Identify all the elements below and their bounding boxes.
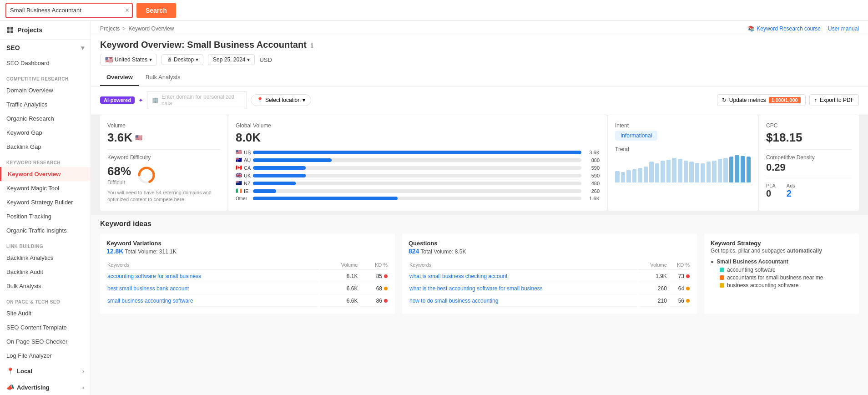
bar-val-uk: 590 xyxy=(584,173,600,178)
variations-col-kd: KD % xyxy=(358,260,388,270)
domain-input[interactable]: 🏢 Enter domain for personalized data xyxy=(147,91,247,109)
kd-difficulty-label: Difficult xyxy=(107,179,131,186)
page-title: Keyword Overview: Small Business Account… xyxy=(100,40,859,50)
sidebar-item-on-page-seo-checker[interactable]: On Page SEO Checker xyxy=(0,334,91,349)
sidebar-item-backlink-gap[interactable]: Backlink Gap xyxy=(0,140,91,154)
device-filter[interactable]: 🖥 Desktop ▾ xyxy=(161,54,203,65)
flag-nz: 🇳🇿 xyxy=(236,180,242,186)
kw-link-2[interactable]: best small business bank account xyxy=(107,285,189,292)
strategy-root: ● Small Business Accountant xyxy=(711,258,853,265)
kw-vol-3: 6.6K xyxy=(320,295,358,307)
filter-row: 🇺🇸 United States ▾ 🖥 Desktop ▾ Sep 25, 2… xyxy=(100,54,859,66)
trend-chart xyxy=(615,155,751,182)
sidebar-item-seo-dashboard[interactable]: SEO Dashboard xyxy=(0,56,91,70)
projects-label: Projects xyxy=(17,26,42,34)
sidebar-item-seo-content-template[interactable]: SEO Content Template xyxy=(0,320,91,334)
bar-fill-uk xyxy=(253,174,306,177)
user-manual-link[interactable]: User manual xyxy=(828,25,859,32)
sidebar-item-bulk-analysis[interactable]: Bulk Analysis xyxy=(0,279,91,293)
intent-trend-card: Intent Informational Trend xyxy=(608,115,758,211)
sidebar-item-advertising[interactable]: 📣 Advertising › xyxy=(0,379,91,395)
global-volume-label: Global Volume xyxy=(236,122,600,129)
device-chevron-icon: ▾ xyxy=(196,56,198,63)
flag-ie: 🇮🇪 xyxy=(236,188,242,194)
sidebar-item-traffic-analytics[interactable]: Traffic Analytics xyxy=(0,97,91,111)
questions-col-keywords: Keywords xyxy=(409,260,637,270)
trend-bar-16 xyxy=(707,162,711,182)
domain-icon: 🏢 xyxy=(152,97,159,103)
donut-row: 68% Difficult xyxy=(107,164,220,186)
kw-link-3[interactable]: small business accounting software xyxy=(107,298,193,304)
trend-bar-23 xyxy=(747,157,751,182)
pla-ads-row: PLA 0 Ads 2 xyxy=(766,183,852,199)
seo-nav-header[interactable]: SEO ▾ xyxy=(0,40,91,56)
sidebar-item-log-file-analyzer[interactable]: Log File Analyzer xyxy=(0,349,91,363)
advertising-chevron-icon: › xyxy=(82,384,84,391)
date-filter[interactable]: Sep 25, 2024 ▾ xyxy=(208,54,255,65)
sidebar-item-keyword-gap[interactable]: Keyword Gap xyxy=(0,126,91,140)
sidebar-item-domain-overview[interactable]: Domain Overview xyxy=(0,83,91,97)
bar-fill-au xyxy=(253,158,332,162)
export-pdf-button[interactable]: ↑ Export to PDF xyxy=(809,94,859,106)
trend-label: Trend xyxy=(615,146,751,152)
q-link-2[interactable]: what is the best accounting software for… xyxy=(409,285,543,292)
sidebar-item-local[interactable]: 📍 Local › xyxy=(0,363,91,379)
sidebar-item-keyword-strategy-builder[interactable]: Keyword Strategy Builder xyxy=(0,195,91,209)
tab-overview[interactable]: Overview xyxy=(100,69,139,86)
global-volume-card: Global Volume 8.0K 🇺🇸US 3.6K 🇦🇺AU 880 xyxy=(228,115,607,211)
sidebar-item-position-tracking[interactable]: Position Tracking xyxy=(0,209,91,223)
top-bar: × Search xyxy=(0,0,868,21)
sidebar-item-organic-research[interactable]: Organic Research xyxy=(0,111,91,126)
search-input[interactable] xyxy=(6,7,122,14)
sidebar: Projects SEO ▾ SEO Dashboard COMPETITIVE… xyxy=(0,21,91,395)
flag-uk: 🇬🇧 xyxy=(236,172,242,178)
global-volume-bars: 🇺🇸US 3.6K 🇦🇺AU 880 🇨🇦CA 590 xyxy=(236,149,600,201)
trend-bar-11 xyxy=(678,159,682,182)
breadcrumb-links: 📚 Keyword Research course User manual xyxy=(748,25,859,32)
on-page-header: ON PAGE & TECH SEO xyxy=(0,293,91,306)
ads-label: Ads xyxy=(787,183,795,188)
flag-au: 🇦🇺 xyxy=(236,157,242,163)
keyword-research-course-link[interactable]: 📚 Keyword Research course xyxy=(748,25,821,32)
table-row: what is the best accounting software for… xyxy=(409,283,690,294)
q-link-1[interactable]: what is small business checking account xyxy=(409,273,507,279)
sidebar-item-organic-traffic-insights[interactable]: Organic Traffic Insights xyxy=(0,223,91,238)
location-button[interactable]: 📍 Select location ▾ xyxy=(251,94,311,106)
pla-value: 0 xyxy=(766,188,776,199)
country-filter[interactable]: 🇺🇸 United States ▾ xyxy=(100,54,157,66)
local-chevron-icon: › xyxy=(82,368,84,375)
search-clear-button[interactable]: × xyxy=(122,7,132,14)
cpc-card: CPC $18.15 Competitive Density 0.29 PLA … xyxy=(759,115,859,211)
q-link-3[interactable]: how to do small business accounting xyxy=(409,298,498,304)
country-flag: 🇺🇸 xyxy=(105,56,113,63)
q-dot-1 xyxy=(686,274,690,278)
trend-bar-2 xyxy=(626,170,631,182)
currency-label: USD xyxy=(259,56,272,63)
search-button[interactable]: Search xyxy=(136,3,176,18)
trend-bar-17 xyxy=(712,161,717,182)
sidebar-item-keyword-overview[interactable]: Keyword Overview xyxy=(0,167,91,181)
bar-bg-ca xyxy=(253,166,581,170)
controls-left: AI-powered ✦ 🏢 Enter domain for personal… xyxy=(100,91,311,109)
bar-row-nz: 🇳🇿NZ 480 xyxy=(236,180,600,186)
sidebar-item-backlink-analytics[interactable]: Backlink Analytics xyxy=(0,251,91,265)
kd-dot-3 xyxy=(384,299,388,303)
kw-link-1[interactable]: accounting software for small business xyxy=(107,273,201,279)
trend-bar-21 xyxy=(735,155,739,182)
update-metrics-button[interactable]: ↻ Update metrics 1,000/1,000 xyxy=(717,94,806,106)
table-row: best small business bank account 6.6K 68 xyxy=(107,283,388,294)
strategy-sub-item-1: accounting software xyxy=(720,267,853,273)
breadcrumb-projects[interactable]: Projects xyxy=(100,25,120,32)
sidebar-item-site-audit[interactable]: Site Audit xyxy=(0,306,91,320)
info-icon[interactable]: ℹ xyxy=(311,42,313,49)
bar-fill-ca xyxy=(253,166,306,170)
projects-nav[interactable]: Projects xyxy=(0,21,91,40)
sidebar-item-backlink-audit[interactable]: Backlink Audit xyxy=(0,265,91,279)
table-row: small business accounting software 6.6K … xyxy=(107,295,388,307)
tab-bulk-analysis[interactable]: Bulk Analysis xyxy=(139,69,187,86)
sidebar-item-keyword-magic-tool[interactable]: Keyword Magic Tool xyxy=(0,181,91,195)
bar-val-ie: 260 xyxy=(584,188,600,194)
competitive-density-value: 0.29 xyxy=(766,162,852,173)
variations-vol-label: Total Volume: xyxy=(125,248,159,255)
refresh-icon: ↻ xyxy=(722,97,727,103)
